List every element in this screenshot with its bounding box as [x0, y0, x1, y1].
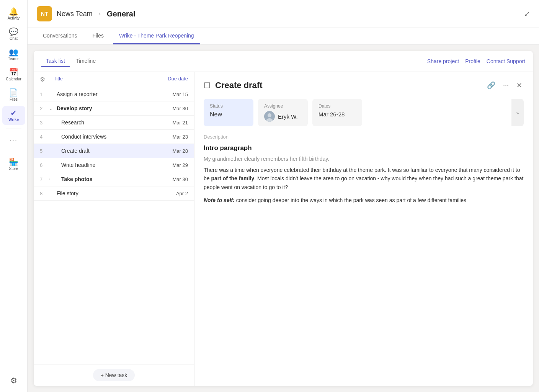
app-container: Task list Timeline Share project Profile… — [28, 45, 539, 392]
tab-files[interactable]: Files — [87, 28, 110, 44]
sidebar-item-settings[interactable]: ⚙ — [2, 374, 25, 387]
settings-icon: ⚙ — [10, 377, 17, 384]
table-row[interactable]: 4 Conduct interviews Mar 23 — [34, 130, 194, 144]
wrike-panel: Task list Timeline Share project Profile… — [34, 51, 533, 386]
task-date: Mar 15 — [154, 91, 188, 97]
task-date: Mar 30 — [154, 106, 188, 111]
task-number: 1 — [40, 91, 49, 97]
profile-link[interactable]: Profile — [465, 58, 480, 64]
task-chevron[interactable]: › — [49, 177, 57, 181]
calendar-icon: 📅 — [9, 69, 18, 76]
task-number: 7 — [40, 176, 49, 182]
sidebar-item-wrike[interactable]: ✔ Wrike — [2, 106, 25, 125]
task-checkbox-icon: ☐ — [204, 81, 211, 90]
task-rows: 1 Assign a reporter Mar 15 2 ⌄ Develop s… — [34, 87, 194, 364]
assignee-card[interactable]: Assignee Eryk W. — [258, 99, 308, 126]
teams-icon: 👥 — [9, 48, 18, 56]
sidebar-item-label: Chat — [10, 36, 18, 41]
new-task-label: + New task — [101, 372, 127, 378]
sidebar-item-chat[interactable]: 💬 Chat — [2, 25, 25, 44]
table-row[interactable]: 6 Write headline Mar 29 — [34, 158, 194, 172]
table-row[interactable]: 7 › Take photos Mar 30 — [34, 172, 194, 186]
tab-conversations[interactable]: Conversations — [37, 28, 83, 44]
task-title: Create draft — [57, 148, 154, 154]
channel-name: General — [107, 10, 135, 18]
task-date: Mar 28 — [154, 148, 188, 154]
column-title-header: Title — [54, 76, 154, 83]
wrike-tab-timeline[interactable]: Timeline — [71, 56, 100, 67]
task-list: ⚙ Title Due date 1 Assign a reporter Mar… — [34, 72, 194, 386]
sidebar-item-label: Activity — [8, 16, 20, 20]
share-project-link[interactable]: Share project — [427, 58, 459, 64]
sidebar-item-teams[interactable]: 👥 Teams — [2, 45, 25, 64]
close-icon[interactable]: ✕ — [515, 80, 524, 91]
more-options-icon[interactable]: ··· — [501, 80, 510, 91]
task-title: Develop story — [57, 105, 154, 111]
tab-wrike[interactable]: Wrike - Theme Park Reopening — [113, 28, 200, 44]
task-date: Mar 29 — [154, 162, 188, 168]
task-number: 3 — [40, 120, 49, 126]
store-icon: 🏪 — [9, 158, 18, 166]
status-label: Status — [210, 103, 247, 109]
table-row[interactable]: 8 File story Apr 2 — [34, 186, 194, 201]
collapse-panel-button[interactable]: « — [511, 99, 524, 126]
sidebar-item-files[interactable]: 📄 Files — [2, 86, 25, 105]
activity-icon: 🔔 — [9, 8, 18, 15]
new-task-button[interactable]: + New task — [93, 369, 135, 381]
detail-task-title: Create draft — [215, 80, 481, 90]
task-number: 2 — [40, 106, 49, 111]
task-title: Research — [57, 119, 154, 126]
column-settings-icon[interactable]: ⚙ — [40, 76, 54, 83]
wrike-header-actions: Share project Profile Contact Support — [427, 58, 525, 64]
link-icon[interactable]: 🔗 — [485, 80, 497, 91]
task-date: Mar 30 — [154, 176, 188, 182]
popup-icon[interactable]: ⤢ — [524, 10, 530, 18]
more-icon: ··· — [10, 136, 18, 144]
sidebar-item-calendar[interactable]: 📅 Calendar — [2, 65, 25, 84]
contact-support-link[interactable]: Contact Support — [487, 58, 525, 64]
task-number: 8 — [40, 191, 49, 196]
task-number: 5 — [40, 148, 49, 154]
table-row[interactable]: 2 ⌄ Develop story Mar 30 — [34, 101, 194, 116]
files-icon: 📄 — [9, 89, 18, 96]
detail-info-row: Status New Assignee — [204, 99, 524, 126]
tabs: Conversations Files Wrike - Theme Park R… — [28, 28, 539, 45]
team-name: News Team — [57, 10, 93, 18]
note-to-self: Note to self: — [204, 197, 235, 203]
status-card[interactable]: Status New — [204, 99, 253, 126]
task-list-footer: + New task — [34, 364, 194, 386]
sidebar-item-store[interactable]: 🏪 Store — [2, 155, 25, 174]
column-date-header: Due date — [154, 76, 188, 83]
dates-value: Mar 26-28 — [318, 111, 356, 118]
avatar — [264, 111, 275, 122]
dates-card[interactable]: Dates Mar 26-28 — [312, 99, 362, 126]
table-row[interactable]: 1 Assign a reporter Mar 15 — [34, 87, 194, 101]
task-title: Conduct interviews — [57, 134, 154, 140]
task-chevron[interactable]: ⌄ — [49, 106, 57, 111]
sidebar-item-label: Calendar — [6, 77, 21, 81]
chat-icon: 💬 — [9, 28, 18, 36]
wrike-panel-header: Task list Timeline Share project Profile… — [34, 51, 533, 72]
wrike-icon: ✔ — [10, 109, 17, 117]
sidebar-item-label: Wrike — [8, 118, 19, 122]
assignee-label: Assignee — [264, 103, 302, 109]
detail-description: Description Intro paragraph My grandmoth… — [204, 134, 524, 378]
description-heading: Intro paragraph — [204, 144, 524, 152]
table-row[interactable]: 3 Research Mar 21 — [34, 116, 194, 130]
sidebar-item-more[interactable]: ··· — [2, 133, 25, 147]
wrike-tab-tasklist[interactable]: Task list — [41, 56, 70, 67]
sidebar-divider-2 — [6, 151, 21, 151]
sidebar-item-label: Files — [10, 97, 18, 101]
sidebar-divider — [6, 129, 21, 129]
team-avatar: NT — [37, 6, 52, 21]
task-number: 6 — [40, 162, 49, 168]
status-value: New — [210, 111, 247, 118]
detail-panel: ☐ Create draft 🔗 ··· ✕ Status New As — [194, 72, 533, 386]
assignee-name: Eryk W. — [278, 113, 298, 120]
table-row[interactable]: 5 Create draft Mar 28 — [34, 144, 194, 158]
task-date: Mar 21 — [154, 120, 188, 126]
task-title: File story — [57, 190, 154, 196]
task-list-header: ⚙ Title Due date — [34, 72, 194, 87]
task-date: Apr 2 — [154, 191, 188, 196]
sidebar-item-activity[interactable]: 🔔 Activity — [2, 5, 25, 23]
